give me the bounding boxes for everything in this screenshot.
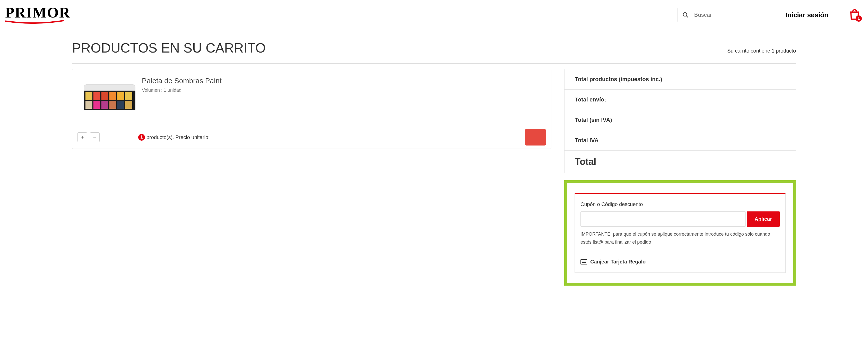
remove-button[interactable]: [525, 129, 546, 146]
divider: [72, 63, 796, 64]
product-image[interactable]: [80, 77, 139, 118]
apply-button[interactable]: Aplicar: [747, 211, 780, 227]
coupon-panel: Cupón o Código descuento Aplicar IMPORTA…: [575, 193, 786, 273]
main-content: PRODUCTOS EN SU CARRITO Su carrito conti…: [0, 30, 868, 286]
product-meta: Paleta de Sombras Paint Volumen : 1 unid…: [139, 77, 222, 118]
gift-card-label: Canjear Tarjeta Regalo: [590, 259, 646, 265]
qty-suffix: producto(s). Precio unitario:: [147, 134, 210, 141]
card-icon: [581, 259, 587, 265]
logo[interactable]: PRIMOR: [5, 5, 70, 25]
cart-button[interactable]: 1: [849, 9, 860, 21]
summary-column: Total productos (impuestos inc.) Total e…: [564, 69, 796, 286]
coupon-label: Cupón o Código descuento: [581, 201, 780, 207]
gift-card-link[interactable]: Canjear Tarjeta Regalo: [581, 259, 780, 265]
page-title: PRODUCTOS EN SU CARRITO: [72, 40, 266, 56]
coupon-note: IMPORTANTE: para que el cupón se aplique…: [581, 230, 780, 246]
product-top: Paleta de Sombras Paint Volumen : 1 unid…: [72, 69, 551, 126]
summary-row-shipping: Total envío:: [564, 89, 796, 110]
product-card: Paleta de Sombras Paint Volumen : 1 unid…: [72, 69, 551, 149]
summary-panel: Total productos (impuestos inc.) Total e…: [564, 69, 796, 173]
search-input[interactable]: [694, 11, 765, 18]
columns: Paleta de Sombras Paint Volumen : 1 unid…: [72, 69, 796, 286]
coupon-row: Aplicar: [581, 211, 780, 227]
coupon-input[interactable]: [581, 211, 746, 227]
summary-row-products: Total productos (impuestos inc.): [564, 69, 796, 89]
qty-badge: 1: [138, 134, 145, 141]
cart-badge: 1: [856, 15, 862, 22]
qty-section: 1 producto(s). Precio unitario:: [138, 134, 210, 141]
login-link[interactable]: Iniciar sesión: [786, 11, 828, 19]
palette-illustration: [84, 85, 135, 110]
summary-row-iva: Total IVA: [564, 130, 796, 150]
search-box[interactable]: [678, 8, 770, 22]
product-bottom: + − 1 producto(s). Precio unitario:: [72, 126, 551, 149]
product-name[interactable]: Paleta de Sombras Paint: [142, 77, 222, 85]
qty-decrease-button[interactable]: −: [90, 132, 100, 142]
svg-point-0: [683, 12, 687, 16]
search-icon: [682, 11, 689, 19]
summary-row-noiva: Total (sin IVA): [564, 110, 796, 130]
logo-text: PRIMOR: [5, 5, 70, 20]
coupon-highlight: Cupón o Código descuento Aplicar IMPORTA…: [564, 180, 796, 286]
title-row: PRODUCTOS EN SU CARRITO Su carrito conti…: [72, 40, 796, 56]
summary-row-total: Total: [564, 150, 796, 173]
svg-line-1: [686, 16, 688, 18]
header: PRIMOR Iniciar sesión 1: [0, 0, 868, 30]
qty-increase-button[interactable]: +: [78, 132, 87, 142]
logo-swoosh: [5, 20, 64, 24]
product-variant: Volumen : 1 unidad: [142, 88, 222, 93]
cart-count-text: Su carrito contiene 1 producto: [727, 48, 796, 54]
